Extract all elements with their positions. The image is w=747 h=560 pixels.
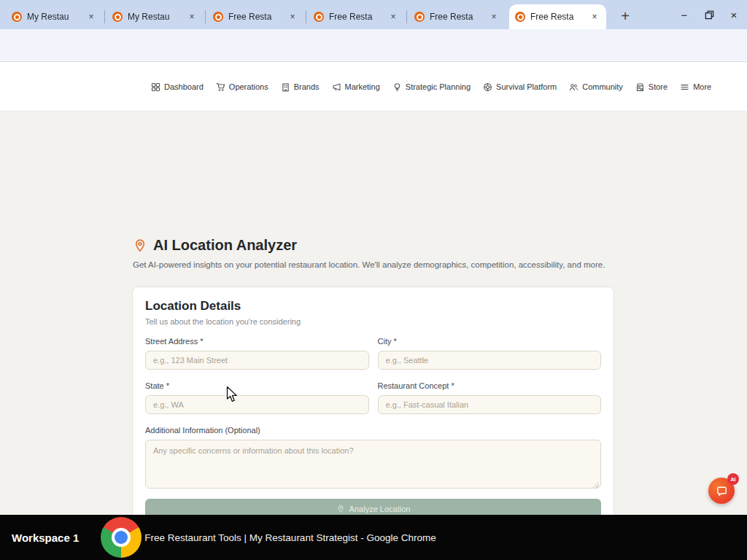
page-title-row: AI Location Analyzer: [133, 237, 297, 254]
city-label: City *: [378, 337, 602, 346]
street-address-label: Street Address *: [145, 337, 369, 346]
nav-item-more[interactable]: More: [680, 82, 711, 92]
tab-close-icon[interactable]: ×: [589, 11, 600, 23]
tab-close-icon[interactable]: ×: [287, 11, 298, 23]
browser-tab[interactable]: My Restau ×: [6, 4, 103, 29]
lifebuoy-icon: [483, 82, 492, 92]
restaurant-concept-field-group: Restaurant Concept *: [378, 381, 602, 414]
nav-item-store[interactable]: Store: [635, 82, 667, 92]
additional-info-field-group: Additional Information (Optional): [145, 426, 601, 491]
browser-tab-active[interactable]: Free Resta ×: [509, 4, 606, 29]
additional-info-textarea-wrap: [145, 440, 601, 491]
tab-title: Free Resta: [228, 12, 287, 22]
people-icon: [569, 82, 578, 92]
state-input[interactable]: [145, 395, 369, 414]
nav-item-survival-platform[interactable]: Survival Platform: [483, 82, 557, 92]
site-header: My Restaurant Strategist Dashboard Opera…: [0, 62, 747, 112]
nav-item-strategic-planning[interactable]: Strategic Planning: [392, 82, 471, 92]
browser-toolbar: app.myrestaurantstrategist.com/tools/loc…: [0, 29, 747, 62]
nav-item-marketing[interactable]: Marketing: [332, 82, 380, 92]
tab-close-icon[interactable]: ×: [186, 11, 198, 23]
chat-bubble-icon: [716, 485, 728, 497]
browser-tab[interactable]: Free Resta ×: [308, 4, 405, 29]
site-favicon-icon: [414, 12, 425, 22]
lightbulb-icon: [392, 82, 402, 92]
location-details-card: Location Details Tell us about the locat…: [132, 287, 614, 524]
page-title: AI Location Analyzer: [153, 237, 297, 254]
workspace-label[interactable]: Workspace 1: [12, 532, 79, 544]
ai-badge: AI: [727, 473, 739, 485]
window-close-button[interactable]: ×: [727, 7, 741, 22]
nav-item-dashboard[interactable]: Dashboard: [151, 82, 204, 92]
page-content: AI Location Analyzer Get AI-powered insi…: [0, 112, 747, 515]
chrome-icon: [101, 517, 142, 558]
browser-tab[interactable]: Free Resta ×: [207, 4, 304, 29]
new-tab-button[interactable]: +: [615, 6, 635, 26]
site-favicon-icon: [515, 12, 525, 22]
nav-item-community[interactable]: Community: [569, 82, 623, 92]
nav-item-brands[interactable]: Brands: [281, 82, 320, 92]
city-field-group: City *: [378, 337, 602, 370]
taskbar-window-title: Free Restaurant Tools | My Restaurant St…: [144, 532, 436, 543]
building-icon: [281, 82, 290, 92]
taskbar-window-entry[interactable]: Free Restaurant Tools | My Restaurant St…: [101, 517, 436, 558]
additional-info-textarea[interactable]: [145, 440, 601, 489]
site-favicon-icon: [314, 12, 324, 22]
megaphone-icon: [332, 82, 341, 92]
desktop-taskbar: Workspace 1 Free Restaurant Tools | My R…: [0, 515, 747, 560]
window-minimize-button[interactable]: −: [677, 7, 692, 22]
street-address-input[interactable]: [145, 351, 369, 370]
tab-close-icon[interactable]: ×: [85, 11, 97, 23]
window-restore-button[interactable]: [702, 7, 716, 22]
tab-close-icon[interactable]: ×: [387, 11, 399, 23]
card-subtitle: Tell us about the location you're consid…: [145, 317, 601, 326]
main-navigation: Dashboard Operations Brands Marketing St…: [151, 62, 711, 112]
tab-title: My Restau: [128, 12, 186, 22]
tab-close-icon[interactable]: ×: [488, 11, 500, 23]
city-input[interactable]: [378, 351, 602, 370]
location-form-grid: Street Address * City * State * Restaura…: [145, 337, 601, 426]
nav-item-operations[interactable]: Operations: [216, 82, 268, 92]
state-field-group: State *: [145, 381, 369, 414]
tab-list: My Restau × My Restau × Free Resta × Fre…: [6, 4, 610, 29]
page-subtitle: Get AI-powered insights on your potentia…: [133, 260, 605, 269]
street-address-field-group: Street Address *: [145, 337, 369, 370]
tab-title: My Restau: [27, 12, 85, 22]
tab-title: Free Resta: [329, 12, 387, 22]
additional-info-label: Additional Information (Optional): [145, 426, 601, 435]
map-pin-icon: [133, 238, 147, 253]
browser-tab[interactable]: My Restau ×: [107, 4, 204, 29]
state-label: State *: [145, 381, 369, 390]
storefront-icon: [635, 82, 645, 92]
site-favicon-icon: [12, 12, 22, 22]
grid-icon: [151, 82, 160, 92]
tab-title: Free Resta: [430, 12, 488, 22]
browser-tab-strip: My Restau × My Restau × Free Resta × Fre…: [0, 0, 747, 29]
site-favicon-icon: [213, 12, 223, 22]
tab-title: Free Resta: [530, 12, 589, 22]
restaurant-concept-label: Restaurant Concept *: [378, 381, 602, 390]
browser-tab[interactable]: Free Resta ×: [409, 4, 506, 29]
card-title: Location Details: [145, 299, 601, 314]
menu-icon: [680, 82, 689, 92]
site-favicon-icon: [112, 12, 123, 22]
cart-icon: [216, 82, 225, 92]
window-controls: − ×: [677, 3, 741, 26]
restaurant-concept-input[interactable]: [378, 395, 602, 414]
map-pin-icon: [336, 505, 345, 513]
